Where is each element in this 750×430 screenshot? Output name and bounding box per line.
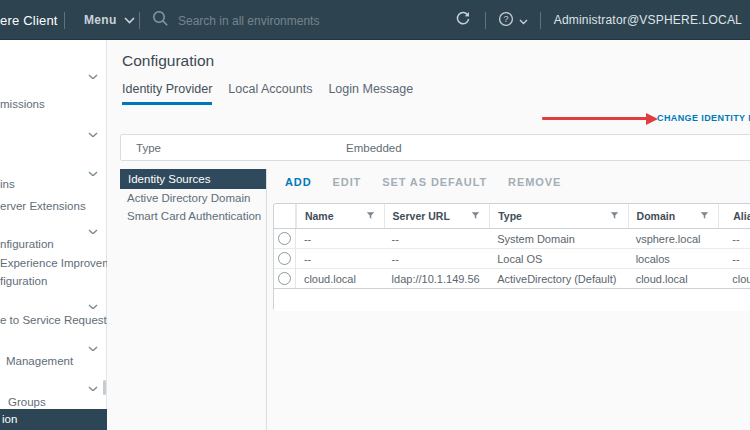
sidebar-category-row[interactable] [0,158,107,176]
sidebar-item-label: erver Extensions [0,200,86,212]
table-cell: ldap://10.1.149.56 [384,269,490,288]
filter-icon[interactable] [610,210,619,222]
refresh-button[interactable] [455,11,471,30]
set-as-default-button: SET AS DEFAULT [382,176,487,188]
column-header-type[interactable]: Type [489,204,627,228]
sidebar-item[interactable]: erver Extensions [0,197,107,215]
table-cell: -- [384,229,490,248]
change-identity-provider-link[interactable]: CHANGE IDENTITY PROVIDER [657,113,750,123]
table-header-row: NameServer URLTypeDomainAlias [274,204,750,229]
help-menu-button[interactable]: ? [498,11,528,30]
sidebar-item[interactable]: figuration [0,272,107,290]
table-cell: System Domain [489,229,627,248]
sidebar-item-label: Management [6,355,73,367]
chevron-down-icon [519,13,528,28]
table-cell: vsphere.local [628,229,719,248]
table-cell: Local OS [489,249,627,268]
identity-provider-section-nav: Identity SourcesActive Directory DomainS… [120,169,266,225]
sidebar-item[interactable]: missions [0,95,107,113]
tab-bar: Identity ProviderLocal AccountsLogin Mes… [122,82,413,105]
top-navigation-bar: ere Client Menu Search in all environmen… [0,0,750,40]
sidebar-navigation: missionsinserver ExtensionsnfigurationEx… [0,40,107,430]
tab-login-message[interactable]: Login Message [328,82,413,105]
sidebar-item[interactable]: ion [0,409,107,430]
column-header-label: Type [498,210,522,222]
table-row[interactable]: ----Local OSlocalos-- [274,249,750,269]
column-header-domain[interactable]: Domain [628,204,719,228]
row-select-cell [274,249,296,268]
section-nav-identity-sources[interactable]: Identity Sources [120,169,266,189]
table-cell: -- [718,229,750,248]
topbar-divider [540,12,541,29]
table-cell: cloud.local [628,269,719,288]
filter-icon[interactable] [366,210,375,222]
svg-text:?: ? [503,14,508,24]
table-cell: -- [384,249,490,268]
tab-local-accounts[interactable]: Local Accounts [228,82,312,105]
type-value: Embedded [346,142,402,154]
topbar-divider [485,12,486,29]
filter-icon[interactable] [471,210,480,222]
chevron-down-icon [88,379,98,391]
sidebar-category-row[interactable] [0,216,107,234]
identity-provider-type-row: Type Embedded [120,134,750,161]
sidebar-category-row[interactable] [0,291,107,309]
refresh-icon [455,11,471,30]
tab-identity-provider[interactable]: Identity Provider [122,82,212,105]
pane-divider [266,169,267,430]
topbar-divider [139,12,140,29]
user-menu[interactable]: Administrator@VSPHERE.LOCAL [554,13,742,27]
type-label: Type [136,142,161,154]
table-cell: -- [296,249,384,268]
search-icon [152,10,169,31]
edit-button: EDIT [333,176,362,188]
sidebar-item-label: figuration [0,275,47,287]
sidebar-item-label: nfiguration [0,238,54,250]
column-header-label: Domain [637,210,676,222]
sidebar-item-label: ins [0,178,15,190]
sidebar-item-label: e to Service Request [0,314,107,326]
sidebar-item-label: ion [2,413,17,425]
identity-sources-toolbar: ADDEDITSET AS DEFAULTREMOVE [285,176,561,188]
menu-button[interactable]: Menu [84,13,135,27]
sidebar-item[interactable]: Management [0,352,107,370]
sidebar-category-row[interactable] [0,61,107,79]
global-search-input[interactable]: Search in all environments [152,10,319,31]
section-nav-active-directory-domain[interactable]: Active Directory Domain [120,189,266,207]
column-header-alias[interactable]: Alias [718,204,750,228]
sidebar-item[interactable]: Experience Improvem... [0,254,107,272]
sidebar-item-label: Groups [8,396,46,408]
sidebar-scrollbar[interactable] [103,380,106,395]
chevron-down-icon [88,339,98,351]
sidebar-category-row[interactable] [0,333,107,351]
filter-icon[interactable] [700,210,709,222]
row-radio-button[interactable] [278,232,291,245]
annotation-arrow [542,117,648,120]
app-title: ere Client [0,13,58,28]
row-radio-button[interactable] [278,252,291,265]
table-cell: -- [296,229,384,248]
table-row[interactable]: cloud.localldap://10.1.149.56ActiveDirec… [274,269,750,289]
table-cell: ActiveDirectory (Default) [489,269,627,288]
column-header-server-url[interactable]: Server URL [384,204,490,228]
table-cell: cloud.local [296,269,384,288]
sidebar-category-row[interactable] [0,373,107,391]
table-cell: localos [628,249,719,268]
table-row[interactable]: ----System Domainvsphere.local-- [274,229,750,249]
column-header-name[interactable]: Name [296,204,384,228]
page-title: Configuration [122,52,214,70]
add-button[interactable]: ADD [285,176,312,188]
row-select-cell [274,269,296,288]
sidebar-item[interactable]: e to Service Request [0,311,107,329]
section-nav-smart-card-authentication[interactable]: Smart Card Authentication [120,207,266,225]
remove-button: REMOVE [508,176,561,188]
sidebar-item[interactable]: ins [0,175,107,193]
row-select-cell [274,229,296,248]
sidebar-item[interactable]: nfiguration [0,235,107,253]
sidebar-category-row[interactable] [0,119,107,137]
row-radio-button[interactable] [278,272,291,285]
sidebar-item-label: Experience Improvem... [0,257,107,269]
topbar-divider [64,12,65,29]
table-cell: cloud.local [718,269,750,288]
menu-label: Menu [84,13,117,27]
